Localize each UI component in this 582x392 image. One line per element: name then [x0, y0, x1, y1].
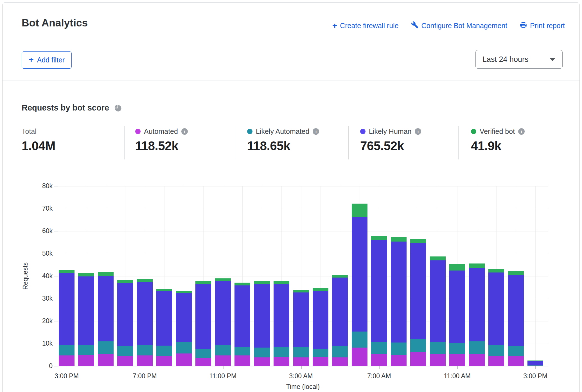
bar-segment-verified-bot[interactable] [410, 239, 426, 243]
bar-segment-likely-human[interactable] [176, 293, 192, 342]
bar-segment-automated[interactable] [234, 355, 250, 366]
bar-segment-automated[interactable] [98, 354, 114, 366]
bar-segment-verified-bot[interactable] [527, 361, 543, 361]
bar-segment-likely-automated[interactable] [78, 345, 94, 355]
bar-segment-automated[interactable] [117, 356, 133, 366]
time-range-select[interactable]: Last 24 hours [475, 50, 563, 69]
bar-segment-likely-automated[interactable] [137, 345, 153, 355]
bar-segment-automated[interactable] [313, 357, 328, 366]
bar-segment-likely-human[interactable] [527, 361, 543, 365]
bar-segment-verified-bot[interactable] [391, 237, 407, 242]
bar-segment-verified-bot[interactable] [176, 291, 192, 293]
bar-segment-likely-human[interactable] [195, 284, 211, 348]
bar-segment-automated[interactable] [215, 355, 231, 366]
bar-segment-likely-human[interactable] [332, 278, 348, 346]
bar-segment-automated[interactable] [274, 357, 289, 366]
bar-segment-automated[interactable] [156, 356, 172, 366]
bar-segment-verified-bot[interactable] [234, 283, 250, 285]
bar-segment-verified-bot[interactable] [332, 275, 348, 278]
info-icon[interactable]: i [415, 128, 421, 135]
bar-segment-verified-bot[interactable] [117, 280, 133, 283]
bar-segment-likely-human[interactable] [156, 291, 172, 346]
bar-segment-likely-automated[interactable] [449, 343, 465, 355]
bar-segment-likely-human[interactable] [215, 281, 231, 345]
bar-segment-likely-automated[interactable] [488, 345, 504, 356]
bar-segment-likely-automated[interactable] [98, 341, 114, 354]
bar-segment-verified-bot[interactable] [59, 270, 75, 273]
bar-segment-likely-human[interactable] [234, 285, 250, 347]
add-filter-button[interactable]: + Add filter [22, 51, 72, 69]
bar-segment-automated[interactable] [78, 355, 94, 366]
bar-segment-likely-human[interactable] [449, 271, 465, 343]
bar-segment-likely-automated[interactable] [371, 342, 387, 355]
info-icon[interactable]: i [181, 128, 188, 135]
bar-segment-verified-bot[interactable] [469, 263, 485, 267]
bar-segment-automated[interactable] [137, 355, 153, 366]
info-icon[interactable]: i [518, 128, 525, 135]
bar-segment-automated[interactable] [352, 348, 367, 366]
bar-segment-verified-bot[interactable] [215, 278, 231, 281]
bar-segment-likely-human[interactable] [293, 292, 309, 347]
bar-segment-likely-human[interactable] [274, 284, 289, 347]
bar-segment-automated[interactable] [391, 355, 407, 366]
bar-segment-likely-automated[interactable] [274, 347, 289, 357]
bar-segment-likely-automated[interactable] [410, 339, 426, 352]
bar-segment-likely-human[interactable] [352, 217, 367, 332]
bar-segment-likely-automated[interactable] [352, 332, 367, 348]
bar-segment-likely-automated[interactable] [469, 341, 485, 354]
bar-segment-automated[interactable] [59, 355, 75, 366]
bar-segment-verified-bot[interactable] [508, 271, 524, 275]
bar-segment-likely-human[interactable] [508, 275, 524, 346]
bar-segment-likely-human[interactable] [430, 260, 446, 342]
bar-segment-automated[interactable] [488, 356, 504, 366]
bar-segment-likely-automated[interactable] [313, 349, 328, 357]
bar-segment-automated[interactable] [254, 357, 270, 366]
bar-segment-likely-automated[interactable] [508, 346, 524, 356]
bar-segment-automated[interactable] [430, 354, 446, 366]
action-link-configure-bot-management[interactable]: Configure Bot Management [411, 21, 507, 30]
bar-segment-likely-automated[interactable] [117, 346, 133, 356]
bar-segment-verified-bot[interactable] [274, 281, 289, 284]
bar-segment-likely-human[interactable] [391, 242, 407, 343]
bar-segment-verified-bot[interactable] [371, 236, 387, 240]
bar-segment-verified-bot[interactable] [98, 272, 114, 276]
bar-segment-automated[interactable] [527, 366, 543, 366]
bar-segment-verified-bot[interactable] [78, 273, 94, 276]
bar-segment-automated[interactable] [195, 358, 211, 366]
bar-segment-automated[interactable] [293, 357, 309, 366]
bar-segment-likely-automated[interactable] [234, 347, 250, 355]
bar-segment-verified-bot[interactable] [254, 281, 270, 284]
bar-segment-likely-human[interactable] [98, 276, 114, 341]
bar-segment-likely-human[interactable] [117, 283, 133, 346]
bar-segment-likely-automated[interactable] [176, 342, 192, 353]
bar-segment-likely-automated[interactable] [430, 342, 446, 354]
bar-segment-automated[interactable] [410, 352, 426, 366]
bar-segment-likely-automated[interactable] [391, 343, 407, 355]
bar-segment-likely-human[interactable] [371, 240, 387, 342]
action-link-create-firewall-rule[interactable]: +Create firewall rule [332, 21, 399, 30]
bar-segment-likely-human[interactable] [78, 276, 94, 345]
bar-segment-likely-automated[interactable] [293, 347, 309, 357]
bar-segment-automated[interactable] [332, 357, 348, 366]
bar-segment-automated[interactable] [176, 353, 192, 366]
bar-segment-automated[interactable] [449, 354, 465, 366]
bar-segment-verified-bot[interactable] [352, 204, 367, 217]
bar-segment-likely-human[interactable] [254, 284, 270, 348]
bar-segment-verified-bot[interactable] [313, 288, 328, 291]
bar-segment-verified-bot[interactable] [195, 281, 211, 284]
bar-segment-verified-bot[interactable] [488, 269, 504, 273]
bar-segment-likely-human[interactable] [410, 243, 426, 339]
bar-segment-automated[interactable] [508, 356, 524, 366]
bar-segment-likely-automated[interactable] [527, 365, 543, 365]
bar-segment-verified-bot[interactable] [449, 264, 465, 271]
bar-segment-likely-automated[interactable] [195, 349, 211, 358]
bar-segment-likely-automated[interactable] [215, 345, 231, 355]
info-icon[interactable]: i [313, 128, 319, 135]
bar-segment-likely-automated[interactable] [332, 346, 348, 357]
bar-segment-likely-human[interactable] [488, 272, 504, 345]
bar-segment-likely-automated[interactable] [156, 346, 172, 356]
bar-segment-likely-automated[interactable] [254, 348, 270, 357]
bar-segment-verified-bot[interactable] [156, 289, 172, 292]
bar-segment-verified-bot[interactable] [137, 279, 153, 282]
bar-segment-automated[interactable] [371, 354, 387, 366]
